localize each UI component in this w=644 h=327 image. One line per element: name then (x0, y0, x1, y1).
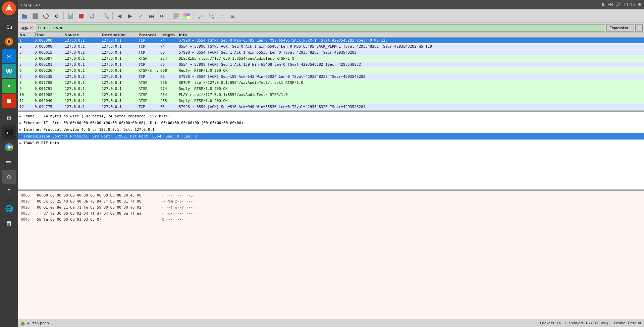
files-icon[interactable]: 🗂 (2, 20, 16, 34)
packet-cell-info: Reply: RTSP/1.0 200 OK (177, 68, 644, 73)
resize-columns-button[interactable]: ⊞ (228, 11, 238, 21)
packet-cell-proto: RTSP (137, 99, 159, 103)
firefox-icon[interactable] (2, 35, 16, 49)
packet-cell-time: 0.001791 (33, 87, 63, 91)
ubuntu-icon[interactable] (2, 1, 16, 15)
go-back-button[interactable]: ◀ (114, 11, 124, 21)
stop-capture-button[interactable] (76, 11, 86, 21)
packet-row[interactable]: 110.002040127.0.0.1127.0.0.1RTSP255Reply… (18, 98, 644, 104)
packet-cell-time: 0.000000 (33, 38, 63, 43)
restart-button[interactable] (87, 11, 97, 21)
packet-cell-len: 66 (159, 62, 177, 67)
hex-ascii: ····!jq··Y······ (162, 205, 197, 210)
network-icon[interactable]: 🌐 (2, 202, 16, 216)
sidebar: 🗂 ✉ W ✦ ◼ ⚙ ▮ ✏ ⊕ ↑ 🌐 🗑 (0, 0, 18, 327)
fingerprint-icon[interactable]: ⊕ (2, 170, 16, 184)
packet-row[interactable]: 40.000097127.0.0.1127.0.0.1RTSP224DESCRI… (18, 56, 644, 62)
packet-cell-no: 12 (18, 105, 33, 109)
hex-dump-pane: 000000 00 00 00 00 00 00 00 00 00 00 00 … (18, 190, 644, 319)
chrome-icon[interactable] (2, 140, 16, 154)
svg-rect-13 (33, 13, 38, 19)
packet-cell-dst: 127.0.0.1 (100, 38, 137, 43)
first-packet-button[interactable]: ⏮ (147, 11, 157, 21)
colorize-button[interactable] (182, 11, 192, 21)
update-icon[interactable]: ↑ (2, 184, 16, 199)
packet-cell-dst: 127.0.0.1 (100, 74, 137, 79)
col-header-protocol: Protocol (137, 33, 159, 37)
libreoffice-calc-icon[interactable]: ✦ (2, 79, 16, 93)
ready-indicator: ● (21, 321, 25, 326)
detail-row-tcp[interactable]: ▶Transmission Control Protocol, Src Port… (18, 133, 644, 140)
libreoffice-writer-icon[interactable]: W (2, 64, 16, 78)
packet-row[interactable]: 50.000101127.0.0.1127.0.0.1TCP668554 → 5… (18, 62, 644, 68)
close-button[interactable] (30, 11, 40, 21)
packet-cell-len: 66 (159, 50, 177, 55)
go-forward-button[interactable]: ▶ (125, 11, 135, 21)
packet-cell-src: 127.0.0.1 (63, 74, 100, 79)
system-settings-icon[interactable]: ⚙ (2, 111, 16, 125)
packet-cell-len: 234 (159, 93, 177, 97)
zoom-in-button[interactable]: 🔎 (196, 11, 206, 21)
detail-row-ip[interactable]: ▶Internet Protocol Version 4, Src: 127.0… (18, 126, 644, 133)
zoom-out-button[interactable]: 🔍 (206, 11, 216, 21)
packet-row[interactable]: 20.000008127.0.0.1127.0.0.1TCP748554 → 5… (18, 44, 644, 50)
hex-bytes: 00 00 00 00 00 00 00 00 00 00 00 00 08 0… (37, 193, 158, 198)
capture-options-button[interactable]: ⚙ (52, 11, 62, 21)
packet-cell-src: 127.0.0.1 (63, 93, 100, 97)
autoscroll-button[interactable] (171, 11, 181, 21)
zoom-normal-button[interactable]: ↕ (217, 11, 227, 21)
detail-row-transum[interactable]: ▶TRANSUM RTE Data (18, 140, 644, 146)
col-header-source: Source (63, 33, 100, 37)
packet-row[interactable]: 30.000015127.0.0.1127.0.0.1TCP6657998 → … (18, 50, 644, 56)
packet-cell-time: 0.001708 (33, 80, 63, 85)
svg-rect-24 (187, 13, 190, 16)
terminal-icon[interactable]: ▮ (2, 125, 16, 140)
packet-cell-len: 74 (159, 44, 177, 49)
svg-rect-19 (173, 13, 179, 15)
packet-row[interactable]: 90.001791127.0.0.1127.0.0.1RTSP274Reply:… (18, 86, 644, 92)
svg-point-2 (8, 5, 10, 6)
packet-cell-len: 274 (159, 87, 177, 91)
detail-row-ethernet[interactable]: ▶Ethernet II, Src: 00:00:00_00:00:00 (00… (18, 119, 644, 126)
hex-ascii: X········· (162, 217, 184, 222)
libreoffice-impress-icon[interactable]: ◼ (2, 94, 16, 108)
hex-offset: 0030 (21, 211, 33, 216)
packet-cell-time: 0.000015 (33, 50, 63, 55)
find-button[interactable]: 🔍 (101, 11, 111, 21)
go-to-button[interactable]: ↗ (136, 11, 146, 21)
packet-row[interactable]: 60.000226127.0.0.1127.0.0.1RTSP/S...608R… (18, 68, 644, 74)
packet-cell-proto: RTSP/S... (137, 68, 159, 73)
reload-button[interactable] (41, 11, 51, 21)
packet-cell-src: 127.0.0.1 (63, 50, 100, 55)
packet-row[interactable]: 80.001708127.0.0.1127.0.0.1RTSP255SETUP … (18, 80, 644, 86)
text-editor-icon[interactable]: ✏ (2, 155, 16, 169)
packet-row[interactable]: 100.001982127.0.0.1127.0.0.1RTSP234PLAY … (18, 92, 644, 98)
packet-cell-time: 0.000097 (33, 56, 63, 61)
add-filter-button[interactable]: + (635, 24, 643, 32)
trash-icon[interactable]: 🗑 (2, 216, 16, 230)
packet-cell-time: 0.000226 (33, 68, 63, 73)
expression-button[interactable]: Expression... (606, 24, 634, 32)
packet-cell-info: Reply: RTSP/1.0 200 OK (177, 99, 644, 103)
packet-row[interactable]: 70.000235127.0.0.1127.0.0.1TCP6657998 → … (18, 74, 644, 80)
last-packet-button[interactable]: ⏭ (157, 11, 167, 21)
packet-cell-src: 127.0.0.1 (63, 105, 100, 109)
save-button[interactable] (65, 11, 75, 21)
packet-detail-pane: ▶Frame 1: 74 bytes on wire (592 bits), 7… (18, 112, 644, 189)
detail-row-frame[interactable]: ▶Frame 1: 74 bytes on wire (592 bits), 7… (18, 113, 644, 119)
open-file-button[interactable] (19, 11, 30, 21)
titlebar: rtsp.pcap ⇅ EN 🔊 11:15 ⚙ (18, 0, 644, 9)
packet-row[interactable]: 120.044775127.0.0.1127.0.0.1TCP6657998 →… (18, 104, 644, 110)
packet-cell-time: 0.000235 (33, 74, 63, 79)
packet-row[interactable]: 10.000000127.0.0.1127.0.0.1TCP7457998 → … (18, 38, 644, 44)
window-title: rtsp.pcap (21, 2, 40, 7)
filter-arrow-left: ◀ (21, 25, 24, 31)
hex-row: 001000 3c cc 25 40 00 40 06 70 94 7f 00 … (21, 198, 641, 204)
thunderbird-icon[interactable]: ✉ (2, 49, 16, 63)
packet-cell-info: DESCRIBE rtsp://127.0.0.1:8554/wavAudioT… (177, 56, 644, 61)
network-tray-icon: ⇅ (601, 2, 605, 7)
packet-list-header: No. Time Source Destination Protocol Len… (18, 33, 644, 38)
hex-offset: 0000 (21, 193, 33, 198)
status-bar: ● ✦ rtsp.pcap Packets: 16 · Displayed: 1… (18, 319, 644, 327)
filter-input[interactable]: tcp.stream (36, 24, 605, 32)
